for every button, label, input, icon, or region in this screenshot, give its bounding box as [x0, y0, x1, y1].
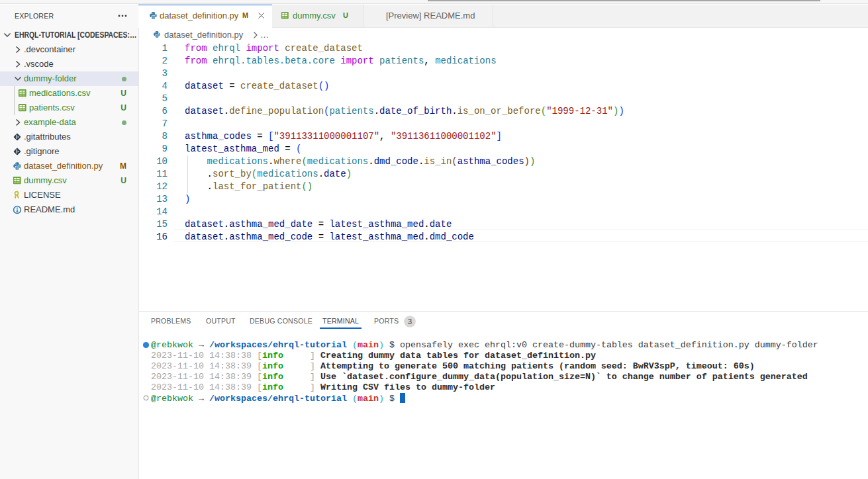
- svg-text:3: 3: [408, 318, 412, 326]
